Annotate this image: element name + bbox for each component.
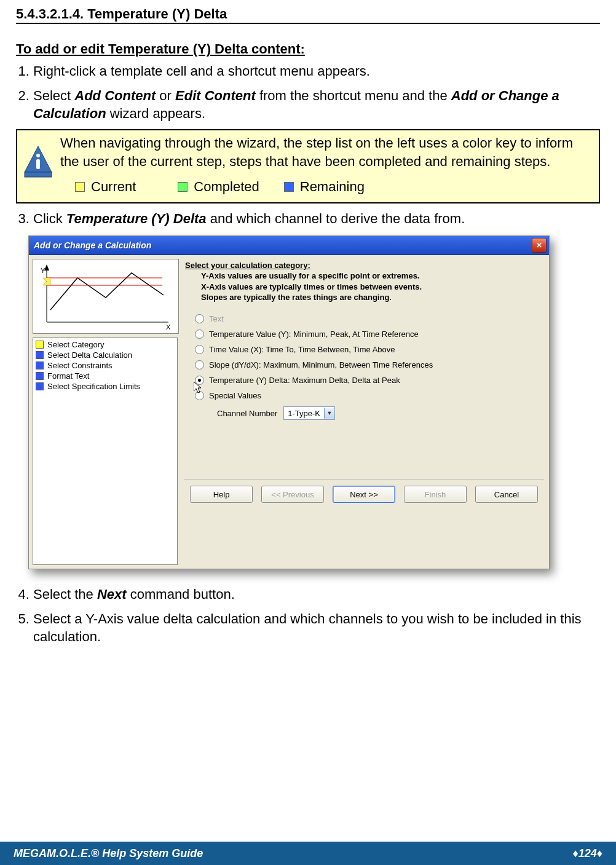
radio-temp-value[interactable]: Temperature Value (Y): Minimum, Peak, At… <box>195 330 544 339</box>
page-footer: MEGAM.O.L.E.® Help System Guide ♦124♦ <box>0 842 616 865</box>
radio-slope[interactable]: Slope (dY/dX): Maximum, Minimum, Between… <box>195 360 544 369</box>
next-button[interactable]: Next >> <box>333 486 395 503</box>
step-2-text-c: wizard appears. <box>106 106 205 121</box>
svg-text:X: X <box>166 323 171 331</box>
step-list-outer-cont2: Select the Next command button. Select a… <box>33 585 600 646</box>
list-item[interactable]: Select Delta Calculation <box>34 350 176 360</box>
dialog-title: Add or Change a Calculation <box>34 240 151 250</box>
radio-label: Special Values <box>209 391 261 400</box>
step-1-text: Right-click a template cell and a shortc… <box>33 63 370 79</box>
add-content-term: Add Content <box>74 88 156 103</box>
cat-line-2: Y-Axis values are usually for a specific… <box>185 271 544 282</box>
dialog-titlebar[interactable]: Add or Change a Calculation ✕ <box>29 236 549 255</box>
step-1: Right-click a template cell and a shortc… <box>33 62 600 81</box>
radio-label: Text <box>209 314 224 323</box>
list-item[interactable]: Select Category <box>34 339 176 350</box>
dialog-window: Add or Change a Calculation ✕ Y X <box>28 235 550 569</box>
radio-label: Slope (dY/dX): Maximum, Minimum, Between… <box>209 360 433 369</box>
step-list-outer-cont: Click Temperature (Y) Delta and which ch… <box>33 210 600 228</box>
legend-completed-swatch <box>178 182 188 192</box>
step-3-c: and which channel to derive the data fro… <box>207 211 465 226</box>
intro-heading: To add or edit Temperature (Y) Delta con… <box>16 41 600 57</box>
step-label: Select Constraints <box>47 361 113 370</box>
radio-special[interactable]: Special Values <box>195 391 544 400</box>
help-button[interactable]: Help <box>190 486 253 503</box>
legend-remaining-swatch <box>284 182 294 192</box>
step-4-a: Select the <box>33 587 97 602</box>
step-3: Click Temperature (Y) Delta and which ch… <box>33 210 600 228</box>
cat-line-1: Select your calculation category: <box>185 261 310 270</box>
info-icon <box>23 145 53 180</box>
svg-text:Y: Y <box>41 267 45 274</box>
step-3-a: Click <box>33 211 66 226</box>
radio-icon <box>195 360 204 369</box>
step-5-text: Select a Y-Axis value delta calculation … <box>33 611 582 645</box>
chevron-down-icon[interactable]: ▼ <box>324 408 334 419</box>
step-list-outer: Right-click a template cell and a shortc… <box>33 62 600 123</box>
step-2-or: or <box>156 88 175 103</box>
section-title: 5.4.3.2.1.4. Temperature (Y) Delta <box>16 6 600 22</box>
section-number: 5.4.3.2.1.4. <box>16 6 84 22</box>
cat-line-3: X-Axis values are typically times or tim… <box>185 282 544 293</box>
finish-button: Finish <box>404 486 467 503</box>
radio-icon <box>195 314 204 323</box>
step-label: Select Specification Limits <box>47 382 140 391</box>
list-item[interactable]: Select Specification Limits <box>34 381 176 392</box>
step-2-text-b: from the shortcut menu and the <box>256 88 451 103</box>
list-item[interactable]: Format Text <box>34 371 176 381</box>
edit-content-term: Edit Content <box>175 88 256 103</box>
svg-rect-2 <box>36 154 40 157</box>
step-label: Select Delta Calculation <box>47 350 132 360</box>
legend-current-label: Current <box>91 178 136 196</box>
radio-text: Text <box>195 314 544 323</box>
channel-label: Channel Number <box>217 409 277 418</box>
info-text: When navigating through the wizard, the … <box>60 134 594 170</box>
preview-graphic: Y X <box>33 259 179 334</box>
footer-page: ♦124♦ <box>573 847 602 860</box>
cursor-arrow-icon <box>194 382 203 394</box>
radio-time-value[interactable]: Time Value (X): Time To, Time Between, T… <box>195 345 544 354</box>
button-bar: Help << Previous Next >> Finish Cancel <box>184 479 544 510</box>
category-heading: Select your calculation category: Y-Axis… <box>185 260 544 303</box>
info-callout: When navigating through the wizard, the … <box>16 129 600 203</box>
wizard-step-list[interactable]: Select Category Select Delta Calculation… <box>33 338 178 565</box>
svg-rect-3 <box>36 159 40 169</box>
channel-select[interactable]: 1-Type-K ▼ <box>283 406 335 420</box>
step-label: Format Text <box>47 371 89 381</box>
footer-title: MEGAM.O.L.E.® Help System Guide <box>14 847 203 860</box>
svg-marker-12 <box>194 382 201 393</box>
svg-marker-11 <box>43 278 50 285</box>
radio-icon <box>195 330 204 339</box>
radio-label: Time Value (X): Time To, Time Between, T… <box>209 345 395 354</box>
channel-row: Channel Number 1-Type-K ▼ <box>217 406 544 420</box>
legend-completed-label: Completed <box>194 178 259 196</box>
step-swatch <box>36 382 44 390</box>
info-text-block: When navigating through the wizard, the … <box>60 134 594 196</box>
step-swatch <box>36 341 44 349</box>
section-name: Temperature (Y) Delta <box>87 6 227 22</box>
close-icon[interactable]: ✕ <box>532 238 547 253</box>
legend-remaining-label: Remaining <box>300 178 365 196</box>
step-2-text-a: Select <box>33 88 74 103</box>
step-label: Select Category <box>47 340 105 349</box>
step-4-c: command button. <box>127 587 235 602</box>
next-term: Next <box>97 587 127 602</box>
temp-delta-term: Temperature (Y) Delta <box>66 211 207 226</box>
step-2: Select Add Content or Edit Content from … <box>33 87 600 123</box>
footer-mega: MEGA <box>14 847 47 859</box>
section-header: 5.4.3.2.1.4. Temperature (Y) Delta <box>16 6 600 24</box>
step-5: Select a Y-Axis value delta calculation … <box>33 610 600 646</box>
list-item[interactable]: Select Constraints <box>34 360 176 371</box>
radio-icon <box>195 345 204 354</box>
radio-temp-delta[interactable]: Temperature (Y) Delta: Maximum Delta, De… <box>195 376 544 385</box>
previous-button: << Previous <box>261 486 324 503</box>
radio-label: Temperature Value (Y): Minimum, Peak, At… <box>209 330 419 339</box>
svg-rect-1 <box>25 172 52 177</box>
channel-value: 1-Type-K <box>284 409 324 418</box>
step-4: Select the Next command button. <box>33 585 600 604</box>
cat-line-4: Slopes are typically the rates things ar… <box>185 292 544 303</box>
step-swatch <box>36 351 44 359</box>
cancel-button[interactable]: Cancel <box>475 486 538 503</box>
legend-row: Current Completed Remaining <box>60 178 594 196</box>
step-swatch <box>36 361 44 369</box>
